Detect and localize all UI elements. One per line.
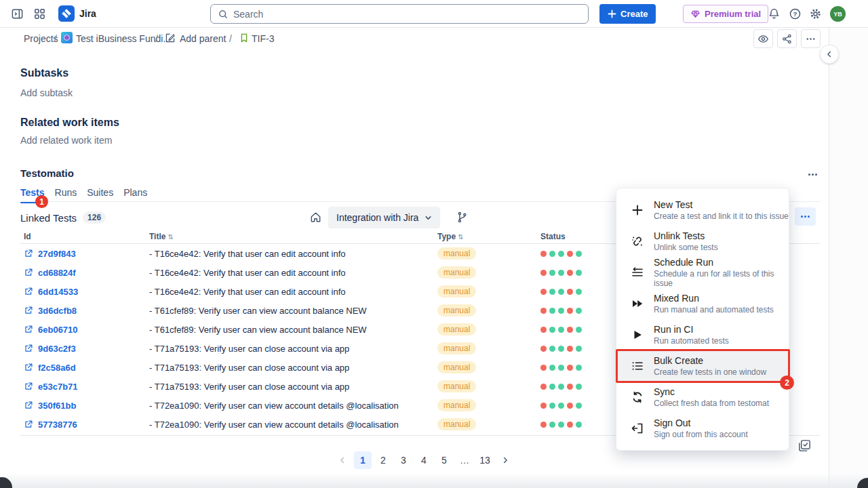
pagination-page-3[interactable]: 3 bbox=[395, 451, 412, 469]
test-title: - T16ce4e42: Verify that user can edit a… bbox=[149, 287, 437, 297]
test-id: 27d9f843 bbox=[38, 249, 76, 259]
menu-item-bulk-create[interactable]: Bulk CreateCreate few tests in one windo… bbox=[616, 350, 789, 382]
share-button[interactable] bbox=[777, 29, 797, 48]
pagination-next[interactable] bbox=[496, 451, 514, 469]
add-related-item-link[interactable]: Add related work item bbox=[20, 135, 112, 146]
test-title: - T71a75193: Verify user can close accou… bbox=[149, 344, 437, 354]
settings-gear-icon[interactable] bbox=[809, 7, 822, 20]
search-input[interactable] bbox=[233, 9, 581, 20]
pagination-page-2[interactable]: 2 bbox=[374, 451, 392, 469]
pagination-prev[interactable] bbox=[334, 451, 351, 469]
branch-icon[interactable] bbox=[456, 211, 469, 224]
menu-item-subtitle: Sign out from this account bbox=[654, 430, 748, 439]
schedule-run-icon bbox=[631, 266, 644, 279]
status-dot-pass bbox=[576, 403, 582, 409]
column-header-id[interactable]: Id bbox=[24, 232, 149, 241]
external-link-icon bbox=[24, 287, 33, 296]
sidebar-toggle-icon[interactable] bbox=[11, 7, 24, 20]
status-dot-pass bbox=[558, 384, 564, 390]
collapse-panel-button[interactable] bbox=[820, 45, 839, 64]
status-dot-pass bbox=[549, 289, 555, 295]
pagination-page-1[interactable]: 1 bbox=[354, 451, 372, 469]
status-dot-pass bbox=[576, 365, 582, 371]
test-title: - T72ea1090: Verify user can view accoun… bbox=[149, 401, 437, 411]
status-dot-pass bbox=[558, 346, 564, 352]
status-dot-fail bbox=[540, 270, 547, 276]
test-type-badge: manual bbox=[437, 247, 476, 260]
menu-item-mixed-run[interactable]: Mixed RunRun manual and automated tests bbox=[616, 288, 789, 319]
status-dot-pass bbox=[549, 384, 555, 390]
linked-tests-title: Linked Tests bbox=[20, 212, 77, 224]
menu-item-subtitle: Create few tests in one window bbox=[654, 367, 766, 377]
status-dot-pass bbox=[549, 422, 555, 428]
menu-item-new-test[interactable]: New TestCreate a test and link it it to … bbox=[616, 195, 789, 226]
watch-eye-button[interactable] bbox=[753, 29, 773, 48]
status-dot-pass bbox=[558, 251, 564, 257]
breadcrumb-issue-key[interactable]: TIF-3 bbox=[252, 33, 274, 44]
external-link-icon bbox=[24, 325, 33, 334]
status-dot-pass bbox=[576, 251, 582, 257]
help-icon[interactable]: ? bbox=[789, 7, 802, 20]
test-id: 6eb06710 bbox=[38, 325, 78, 335]
menu-item-subtitle: Run manual and automated tests bbox=[654, 305, 774, 314]
add-subtask-link[interactable]: Add subtask bbox=[20, 87, 73, 98]
column-header-title[interactable]: Title⇅ bbox=[149, 232, 437, 241]
more-actions-button[interactable] bbox=[801, 29, 821, 48]
subtasks-heading: Subtasks bbox=[20, 67, 68, 79]
test-id-link[interactable]: 27d9f843 bbox=[24, 249, 149, 259]
status-dot-pass bbox=[549, 346, 555, 352]
menu-item-sync[interactable]: SyncCollect fresh data from testomat bbox=[616, 382, 789, 413]
test-type-badge: manual bbox=[437, 418, 476, 430]
home-icon[interactable] bbox=[309, 211, 322, 224]
test-id-link[interactable]: f2c58a6d bbox=[24, 363, 149, 373]
breadcrumb-projects[interactable]: Projects bbox=[24, 33, 58, 44]
notifications-bell-icon[interactable] bbox=[768, 7, 781, 20]
status-dot-pass bbox=[549, 365, 555, 371]
multi-select-icon[interactable] bbox=[797, 439, 812, 453]
menu-item-title: New Test bbox=[654, 199, 789, 210]
pagination-page-4[interactable]: 4 bbox=[415, 451, 433, 469]
test-id-link[interactable]: cd68824f bbox=[24, 268, 149, 278]
mixed-run-icon bbox=[631, 297, 644, 310]
pagination-page-5[interactable]: 5 bbox=[435, 451, 453, 469]
status-dot-fail bbox=[540, 327, 547, 333]
app-switcher-icon[interactable] bbox=[33, 7, 46, 20]
status-dot-fail bbox=[540, 251, 547, 257]
test-title: - T61cfef89: Verify user can view accoun… bbox=[149, 306, 437, 316]
menu-item-run-in-ci[interactable]: Run in CIRun automated tests bbox=[616, 319, 789, 350]
jira-logo-icon[interactable] bbox=[58, 5, 75, 22]
test-id-link[interactable]: 9d63c2f3 bbox=[24, 344, 149, 354]
pagination-page-13[interactable]: 13 bbox=[476, 451, 494, 469]
breadcrumb-add-parent[interactable]: Add parent bbox=[180, 33, 226, 44]
test-id-link[interactable]: 6eb06710 bbox=[24, 325, 149, 335]
menu-item-schedule-run[interactable]: Schedule RunSchedule a run for all tests… bbox=[616, 257, 789, 288]
test-title: - T61cfef89: Verify user can view accoun… bbox=[149, 325, 437, 335]
status-dot-pass bbox=[549, 270, 555, 276]
column-header-type[interactable]: Type⇅ bbox=[437, 232, 540, 241]
test-id-link[interactable]: 350f61bb bbox=[24, 401, 149, 411]
global-search[interactable] bbox=[210, 4, 589, 24]
premium-trial-button[interactable]: Premium trial bbox=[683, 5, 768, 23]
test-id-link[interactable]: 57738776 bbox=[24, 420, 149, 430]
menu-item-sign-out[interactable]: Sign OutSign out from this account bbox=[616, 413, 789, 444]
tab-runs[interactable]: Runs bbox=[55, 187, 77, 203]
svg-text:?: ? bbox=[793, 10, 797, 18]
menu-item-title: Sync bbox=[654, 386, 769, 397]
status-dot-pass bbox=[576, 308, 582, 314]
create-button[interactable]: Create bbox=[599, 4, 656, 24]
testomatio-more-icon[interactable] bbox=[804, 168, 821, 180]
project-selector-dropdown[interactable]: Integration with Jira bbox=[328, 207, 440, 228]
tab-plans[interactable]: Plans bbox=[123, 187, 147, 203]
menu-item-title: Run in CI bbox=[654, 324, 729, 335]
test-id-link[interactable]: 3d6dcfb8 bbox=[24, 306, 149, 316]
menu-item-title: Sign Out bbox=[654, 418, 748, 428]
status-dot-fail bbox=[567, 251, 573, 257]
test-id-link[interactable]: 6dd14533 bbox=[24, 287, 149, 297]
external-link-icon bbox=[24, 306, 33, 315]
linked-tests-more-button[interactable] bbox=[795, 207, 816, 226]
user-avatar[interactable]: YB bbox=[830, 6, 846, 22]
bottom-fade bbox=[0, 473, 868, 488]
tab-suites[interactable]: Suites bbox=[87, 187, 113, 203]
test-id-link[interactable]: e53c7b71 bbox=[24, 382, 149, 392]
menu-item-unlink-tests[interactable]: Unlink TestsUnlink some tests bbox=[616, 226, 789, 257]
